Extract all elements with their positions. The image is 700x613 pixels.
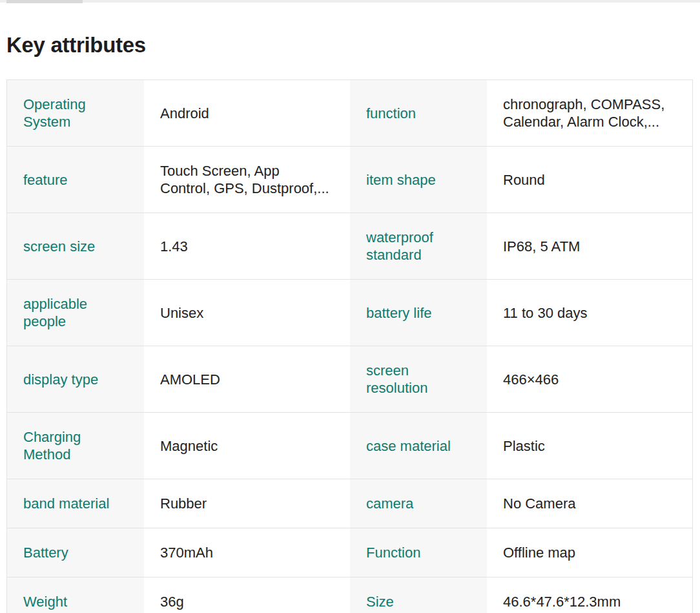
attr-value: Android — [144, 80, 350, 146]
table-row: feature Touch Screen, App Control, GPS, … — [7, 146, 692, 213]
attr-label: function — [350, 80, 487, 146]
attr-label: case material — [350, 413, 487, 479]
attr-label: Charging Method — [7, 413, 144, 479]
attr-value: 11 to 30 days — [487, 280, 692, 346]
attr-value: chronograph, COMPASS, Calendar, Alarm Cl… — [487, 80, 692, 146]
attr-value: 46.6*47.6*12.3mm — [487, 577, 692, 613]
key-attributes-table: Operating System Android function chrono… — [6, 79, 693, 613]
table-row: screen size 1.43 waterproof standard IP6… — [7, 213, 692, 279]
attr-label: screen size — [7, 213, 144, 279]
attr-label: waterproof standard — [350, 213, 487, 279]
table-row: Weight 36g Size 46.6*47.6*12.3mm — [7, 577, 692, 613]
attr-label: Weight — [7, 577, 144, 613]
attr-value: 1.43 — [144, 213, 350, 279]
attr-value: Round — [487, 147, 692, 213]
attr-value: Offline map — [487, 528, 692, 577]
attr-label: Operating System — [7, 80, 144, 146]
attr-value: Rubber — [144, 479, 350, 528]
attr-label: display type — [7, 346, 144, 412]
attr-label: Battery — [7, 528, 144, 577]
table-row: Battery 370mAh Function Offline map — [7, 528, 692, 577]
attr-value: Plastic — [487, 413, 692, 479]
attr-value: No Camera — [487, 479, 692, 528]
attr-value: Magnetic — [144, 413, 350, 479]
attr-value: 466×466 — [487, 346, 692, 412]
table-row: display type AMOLED screen resolution 46… — [7, 346, 692, 412]
attr-value: 36g — [144, 577, 350, 613]
attr-label: battery life — [350, 280, 487, 346]
attr-value: Unisex — [144, 280, 350, 346]
table-row: applicable people Unisex battery life 11… — [7, 279, 692, 346]
attr-label: item shape — [350, 147, 487, 213]
table-row: Operating System Android function chrono… — [7, 80, 692, 146]
attr-label: Size — [350, 577, 487, 613]
attr-label: camera — [350, 479, 487, 528]
key-attributes-section: Key attributes Operating System Android … — [6, 0, 692, 613]
attr-value: 370mAh — [144, 528, 350, 577]
table-row: band material Rubber camera No Camera — [7, 479, 692, 528]
attr-label: band material — [7, 479, 144, 528]
attr-label: screen resolution — [350, 346, 487, 412]
attr-value: IP68, 5 ATM — [487, 213, 692, 279]
attr-label: applicable people — [7, 280, 144, 346]
attr-value: Touch Screen, App Control, GPS, Dustproo… — [144, 147, 350, 213]
page-title: Key attributes — [6, 34, 692, 56]
attr-value: AMOLED — [144, 346, 350, 412]
table-row: Charging Method Magnetic case material P… — [7, 412, 692, 479]
attr-label: Function — [350, 528, 487, 577]
attr-label: feature — [7, 147, 144, 213]
